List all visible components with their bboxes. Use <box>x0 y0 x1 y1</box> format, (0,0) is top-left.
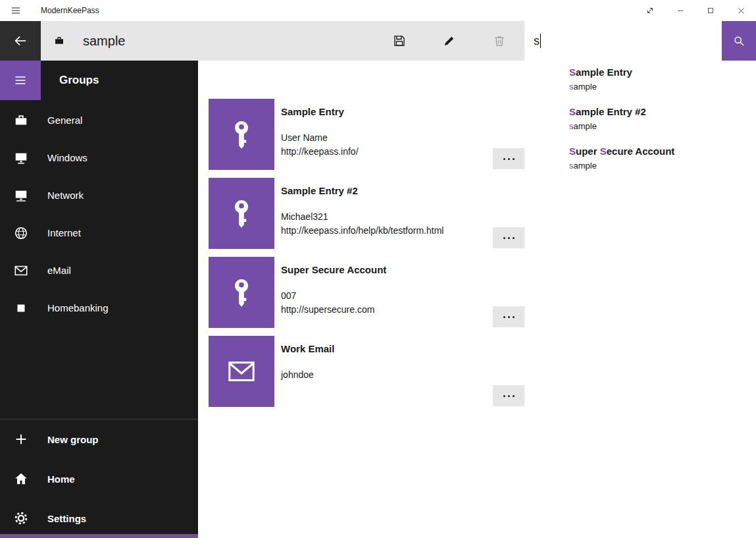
sidebar-item-network[interactable]: Network <box>0 176 198 214</box>
sidebar-item-general[interactable]: General <box>0 101 198 139</box>
accent-strip <box>0 534 198 538</box>
more-options-button[interactable] <box>493 148 524 169</box>
text-caret <box>540 34 541 48</box>
search-query-text: s <box>534 34 540 48</box>
nav-toggle-button[interactable] <box>0 61 41 100</box>
database-title: sample <box>83 34 125 49</box>
edit-button[interactable] <box>424 21 474 61</box>
search-icon <box>732 34 745 47</box>
fullscreen-icon[interactable] <box>635 0 665 21</box>
sidebar-item-email[interactable]: eMail <box>0 252 198 289</box>
briefcase-icon <box>13 113 29 128</box>
ellipsis-icon <box>503 237 505 239</box>
app-window: ModernKeePass <box>0 0 756 538</box>
entry-url: http://keepass.info/ <box>281 145 359 159</box>
window-controls <box>635 0 756 21</box>
list-item: Sample Entry User Name http://keepass.in… <box>209 99 524 170</box>
search-button[interactable] <box>722 21 756 61</box>
entry-username: User Name <box>281 131 359 145</box>
minimize-icon[interactable] <box>665 0 695 21</box>
database-icon <box>54 36 64 46</box>
globe-icon <box>13 225 29 241</box>
pencil-icon <box>443 34 456 47</box>
ellipsis-icon <box>503 395 505 397</box>
settings-button[interactable]: Settings <box>0 498 198 538</box>
hamburger-menu-icon[interactable] <box>0 0 32 21</box>
back-button[interactable] <box>0 21 41 61</box>
sidebar: Groups General <box>0 61 198 538</box>
hamburger-icon <box>14 74 27 87</box>
entry-tile[interactable] <box>209 99 274 170</box>
entry-title: Sample Entry #2 <box>281 184 443 198</box>
key-icon <box>226 198 257 229</box>
command-buttons <box>374 21 524 61</box>
search-result[interactable]: Sample Entry #2 sample <box>559 101 756 141</box>
database-info: sample <box>54 21 125 61</box>
list-item: Sample Entry #2 Michael321 http://keepas… <box>209 178 524 249</box>
group-list: General Windows <box>0 101 198 327</box>
sidebar-item-internet[interactable]: Internet <box>0 214 198 252</box>
gear-icon <box>13 510 29 526</box>
app-title: ModernKeePass <box>41 6 99 15</box>
search-result[interactable]: Super Secure Account sample <box>559 141 756 180</box>
entry-url: http://keepass.info/help/kb/testform.htm… <box>281 224 443 238</box>
back-arrow-icon <box>13 34 28 48</box>
sidebar-item-homebanking[interactable]: Homebanking <box>0 289 198 327</box>
save-button[interactable] <box>374 21 424 61</box>
search-result[interactable]: Sample Entry sample <box>559 62 756 101</box>
delete-button[interactable] <box>474 21 524 61</box>
titlebar: ModernKeePass <box>0 0 756 21</box>
entry-tile[interactable] <box>209 257 274 328</box>
new-group-button[interactable]: New group <box>0 419 198 459</box>
more-options-button[interactable] <box>493 385 524 406</box>
ellipsis-icon <box>503 316 505 318</box>
safe-icon <box>13 300 29 316</box>
envelope-icon <box>226 356 257 387</box>
groups-heading: Groups <box>59 74 99 87</box>
search-suggestions-flyout: Sample Entry sample Sample Entry #2 samp… <box>559 61 756 180</box>
desktop-icon <box>13 150 29 166</box>
app-command-bar: sample s <box>0 21 756 61</box>
home-button[interactable]: Home <box>0 459 198 498</box>
trash-icon <box>493 34 506 47</box>
entry-tile[interactable] <box>209 336 274 407</box>
home-icon <box>13 471 29 487</box>
search-input[interactable]: s <box>524 21 722 61</box>
network-computer-icon <box>13 188 29 203</box>
list-item: Super Secure Account 007 http://supersec… <box>209 257 524 328</box>
entry-username: 007 <box>281 289 386 303</box>
maximize-icon[interactable] <box>695 0 726 21</box>
entry-tile[interactable] <box>209 178 274 249</box>
sidebar-actions: New group Home Settings <box>0 419 198 538</box>
key-icon <box>226 119 257 149</box>
entry-title: Super Secure Account <box>281 263 386 277</box>
plus-icon <box>13 431 29 447</box>
save-icon <box>393 34 406 47</box>
list-item: Work Email johndoe <box>209 336 524 407</box>
search-box: s <box>524 21 756 61</box>
entry-username: Michael321 <box>281 210 443 224</box>
ellipsis-icon <box>503 158 505 160</box>
entry-title: Work Email <box>281 342 334 356</box>
entry-username: johndoe <box>281 368 334 382</box>
entry-url: http://supersecure.com <box>281 303 386 317</box>
sidebar-item-windows[interactable]: Windows <box>0 139 198 176</box>
envelope-icon <box>13 263 29 279</box>
key-icon <box>226 277 257 308</box>
entry-title: Sample Entry <box>281 105 359 119</box>
more-options-button[interactable] <box>493 227 524 248</box>
close-icon[interactable] <box>726 0 756 21</box>
more-options-button[interactable] <box>493 306 524 327</box>
